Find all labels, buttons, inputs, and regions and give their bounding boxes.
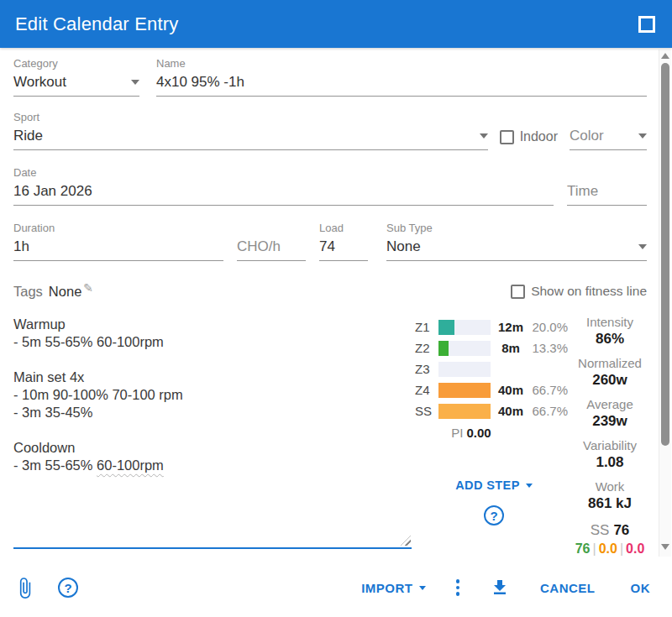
color-select[interactable]: Color bbox=[570, 124, 647, 150]
date-row: Date 16 Jan 2026 Time bbox=[13, 165, 647, 206]
tags-label: Tags bbox=[13, 284, 43, 300]
ss-stat: SS76 76|0.0|0.0 bbox=[575, 520, 645, 557]
zone-percent: 66.7% bbox=[528, 404, 568, 418]
sport-row: Sport Ride Indoor Color bbox=[13, 110, 647, 150]
cho-input[interactable]: CHO/h bbox=[237, 221, 306, 261]
stat-item: Normalized 260w bbox=[578, 356, 642, 389]
duration-label: Duration bbox=[13, 221, 223, 235]
date-value: 16 Jan 2026 bbox=[13, 183, 92, 200]
zone-label: SS bbox=[415, 404, 438, 418]
tags-edit[interactable]: Tags None ✎ bbox=[13, 284, 93, 300]
spellcheck-underline: 60-100rpm bbox=[97, 458, 164, 473]
tags-value: None bbox=[49, 284, 81, 300]
zone-percent: 13.3% bbox=[528, 341, 568, 355]
cancel-button[interactable]: CANCEL bbox=[540, 581, 596, 595]
workout-line bbox=[13, 351, 412, 369]
date-input[interactable]: Date 16 Jan 2026 bbox=[13, 165, 554, 206]
zone-percent: 20.0% bbox=[528, 320, 568, 334]
ok-button[interactable]: OK bbox=[631, 581, 651, 595]
chevron-down-icon bbox=[638, 133, 647, 139]
download-button[interactable] bbox=[490, 578, 510, 598]
stat-item: Average 239w bbox=[586, 397, 633, 430]
attach-file-button[interactable] bbox=[13, 577, 36, 599]
stat-item: Intensity 86% bbox=[586, 315, 633, 348]
name-label: Name bbox=[156, 56, 647, 71]
download-icon bbox=[490, 578, 510, 598]
zone-row: Z1 12m 20.0% bbox=[415, 316, 573, 337]
checkbox-icon bbox=[500, 130, 514, 144]
workout-stats: Intensity 86% Normalized 260w Average 23… bbox=[573, 311, 647, 549]
workout-line: - 3m 35-45% bbox=[13, 404, 412, 421]
workout-line: Warmup bbox=[13, 316, 412, 333]
date-label: Date bbox=[13, 165, 554, 180]
duration-row: Duration 1h CHO/h Load 74 Sub Type None bbox=[13, 221, 647, 261]
chevron-down-icon bbox=[419, 586, 426, 590]
category-select[interactable]: Category Workout bbox=[13, 56, 139, 97]
subtype-select[interactable]: Sub Type None bbox=[386, 221, 647, 261]
workout-line: - 3m 55-65% 60-100rpm bbox=[13, 457, 412, 474]
stat-item: Variability 1.08 bbox=[583, 438, 637, 471]
kebab-icon bbox=[456, 579, 460, 583]
edit-pencil-icon: ✎ bbox=[83, 281, 93, 295]
zone-bar bbox=[438, 383, 491, 398]
paperclip-icon bbox=[13, 577, 36, 599]
name-value: 4x10 95% -1h bbox=[156, 74, 244, 91]
duration-value: 1h bbox=[13, 238, 29, 255]
zone-label: Z4 bbox=[415, 383, 438, 397]
category-value: Workout bbox=[13, 74, 66, 91]
zone-row: Z3 bbox=[415, 358, 573, 379]
workout-line: Cooldown bbox=[13, 439, 412, 457]
workout-line: - 10m 90-100% 70-100 rpm bbox=[13, 386, 412, 404]
more-options-button[interactable] bbox=[456, 579, 460, 596]
subtype-label: Sub Type bbox=[386, 221, 647, 235]
sport-label: Sport bbox=[13, 110, 488, 124]
zone-bar-track bbox=[438, 341, 491, 356]
power-index: PI0.00 bbox=[415, 426, 528, 440]
zone-bar bbox=[438, 404, 491, 419]
zone-time: 12m bbox=[494, 320, 528, 334]
question-mark-icon: ? bbox=[490, 509, 497, 523]
zone-label: Z3 bbox=[415, 362, 438, 376]
maximize-button[interactable] bbox=[638, 16, 655, 33]
scroll-down-icon[interactable] bbox=[661, 544, 669, 550]
tags-row: Tags None ✎ Show on fitness line bbox=[13, 280, 647, 303]
workout-textarea[interactable]: Warmup - 5m 55-65% 60-100rpm Main set 4x… bbox=[13, 311, 412, 549]
chevron-down-icon bbox=[638, 244, 647, 249]
zone-label: Z2 bbox=[415, 341, 438, 355]
fitness-line-checkbox[interactable]: Show on fitness line bbox=[511, 284, 647, 299]
workout-help-button[interactable]: ? bbox=[484, 505, 504, 525]
vertical-scrollbar[interactable] bbox=[659, 50, 671, 557]
duration-input[interactable]: Duration 1h bbox=[13, 221, 223, 261]
zone-bar-track bbox=[438, 320, 491, 335]
zone-label: Z1 bbox=[415, 320, 438, 334]
workout-section: Warmup - 5m 55-65% 60-100rpm Main set 4x… bbox=[13, 311, 647, 549]
zone-bar-track bbox=[438, 383, 491, 398]
time-in-zones-chart: Z1 12m 20.0% Z2 8m 13.3% Z3 bbox=[412, 311, 573, 549]
cho-placeholder: CHO/h bbox=[237, 238, 281, 255]
add-step-button[interactable]: ADD STEP bbox=[455, 478, 533, 492]
dialog-help-button[interactable]: ? bbox=[58, 578, 78, 598]
dialog-title: Edit Calendar Entry bbox=[15, 13, 638, 35]
dialog-footer: ? IMPORT CANCEL OK bbox=[0, 558, 672, 617]
name-field[interactable]: Name 4x10 95% -1h bbox=[156, 56, 647, 97]
indoor-checkbox[interactable]: Indoor bbox=[500, 129, 558, 150]
resize-handle-icon[interactable] bbox=[401, 536, 411, 546]
question-mark-icon: ? bbox=[64, 581, 71, 595]
stat-item: Work 861 kJ bbox=[588, 479, 632, 512]
load-input[interactable]: Load 74 bbox=[319, 221, 368, 261]
zone-bar bbox=[438, 341, 449, 356]
time-input[interactable]: Time bbox=[567, 165, 647, 206]
scroll-up-icon[interactable] bbox=[661, 53, 669, 59]
import-button[interactable]: IMPORT bbox=[361, 581, 425, 595]
zone-time: 40m bbox=[494, 404, 528, 418]
sport-select[interactable]: Sport Ride bbox=[13, 110, 488, 150]
zone-time: 40m bbox=[494, 383, 528, 397]
scrollbar-thumb[interactable] bbox=[661, 63, 669, 446]
workout-line: Main set 4x bbox=[13, 369, 412, 386]
zone-row: SS 40m 66.7% bbox=[415, 400, 573, 421]
color-placeholder: Color bbox=[570, 128, 604, 144]
fitness-line-label: Show on fitness line bbox=[531, 284, 647, 299]
category-label: Category bbox=[13, 56, 139, 71]
edit-calendar-entry-dialog: Edit Calendar Entry Category Workout Nam… bbox=[0, 0, 672, 617]
zone-row: Z4 40m 66.7% bbox=[415, 379, 573, 400]
